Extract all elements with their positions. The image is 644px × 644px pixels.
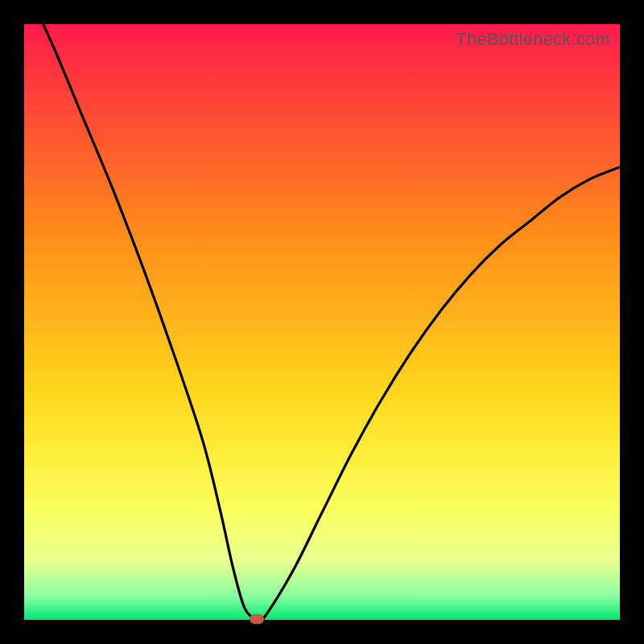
optimal-point-marker [250, 614, 264, 624]
watermark-text: TheBottleneck.com [456, 29, 610, 50]
plot-area: TheBottleneck.com [24, 24, 620, 620]
bottleneck-curve [24, 24, 620, 620]
chart-frame: TheBottleneck.com [0, 0, 644, 644]
